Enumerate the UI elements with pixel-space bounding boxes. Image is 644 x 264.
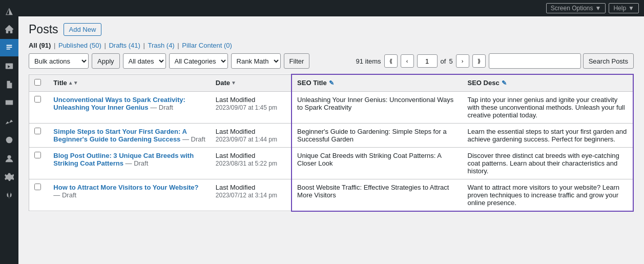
post-status: — Draft bbox=[126, 159, 149, 167]
filter-link-all[interactable]: All (91) bbox=[29, 42, 51, 49]
row-title-cell: How to Attract More Visitors to Your Web… bbox=[48, 179, 210, 211]
page-title: Posts bbox=[29, 23, 58, 36]
sidebar-icon-tools2[interactable] bbox=[0, 131, 18, 149]
table-row: How to Attract More Visitors to Your Web… bbox=[29, 179, 634, 211]
th-title[interactable]: Title ▲▼ bbox=[48, 74, 210, 91]
row-checkbox-cell bbox=[29, 147, 49, 179]
row-seo-desc-cell: Discover three distinct cat breeds with … bbox=[463, 147, 633, 179]
table-row: Blog Post Outline: 3 Unique Cat Breeds w… bbox=[29, 147, 634, 179]
seo-title-edit-icon[interactable]: ✎ bbox=[329, 79, 334, 87]
row-checkbox-cell bbox=[29, 91, 49, 123]
date-label: Last Modified bbox=[216, 152, 255, 159]
posts-table: Title ▲▼ Date ▼ SEO Titl bbox=[29, 74, 634, 212]
help-label: Help bbox=[613, 5, 626, 12]
sidebar-icon-comments[interactable] bbox=[0, 94, 18, 112]
filter-link-pillar[interactable]: Pillar Content (0) bbox=[182, 42, 232, 49]
categories-select[interactable]: All Categories bbox=[169, 53, 228, 69]
filter-button[interactable]: Filter bbox=[284, 53, 310, 69]
sidebar-icon-analytics[interactable] bbox=[0, 113, 18, 130]
th-seo-title: SEO Title ✎ bbox=[292, 74, 462, 91]
title-sort-icon: ▲▼ bbox=[68, 80, 78, 86]
select-all-checkbox[interactable] bbox=[34, 79, 41, 86]
sidebar-icon-plugins[interactable] bbox=[0, 187, 18, 204]
seo-desc-edit-icon[interactable]: ✎ bbox=[502, 79, 507, 87]
page-input[interactable] bbox=[417, 54, 438, 68]
first-page-button[interactable]: ⟪ bbox=[384, 54, 398, 68]
page-header: Posts Add New bbox=[29, 23, 634, 36]
screen-options-label: Screen Options bbox=[551, 5, 593, 12]
row-date-cell: Last Modified 2023/09/07 at 1:45 pm bbox=[211, 91, 292, 123]
sidebar-icon-settings[interactable] bbox=[0, 168, 18, 186]
th-checkbox bbox=[29, 74, 49, 91]
search-posts-button[interactable]: Search Posts bbox=[583, 53, 634, 69]
sidebar-icon-wp[interactable]: ◮ bbox=[0, 2, 18, 19]
filter-link-published[interactable]: Published (50) bbox=[58, 42, 101, 49]
sidebar-icon-dashboard[interactable] bbox=[0, 21, 18, 38]
row-seo-title-cell: Unique Cat Breeds with Striking Coat Pat… bbox=[292, 147, 462, 179]
sidebar-icon-pages[interactable] bbox=[0, 76, 18, 93]
sidebar-icon-media[interactable] bbox=[0, 57, 18, 75]
table-row: Unconventional Ways to Spark Creativity:… bbox=[29, 91, 634, 123]
sidebar: ◮ bbox=[0, 0, 18, 264]
last-page-button[interactable]: ⟫ bbox=[472, 54, 486, 68]
filter-link-trash[interactable]: Trash (4) bbox=[148, 42, 174, 49]
prev-page-button[interactable]: ‹ bbox=[401, 54, 414, 68]
row-seo-desc-cell: Tap into your inner genius and ignite yo… bbox=[463, 91, 633, 123]
filter-link-drafts[interactable]: Drafts (41) bbox=[109, 42, 140, 49]
row-date-cell: Last Modified 2023/07/12 at 3:14 pm bbox=[211, 179, 292, 211]
topbar: Screen Options ▼ Help ▼ bbox=[18, 0, 644, 16]
th-seo-desc: SEO Desc ✎ bbox=[463, 74, 633, 91]
svg-point-3 bbox=[8, 175, 10, 178]
rank-math-select[interactable]: Rank Math bbox=[231, 53, 281, 69]
dates-select[interactable]: All dates bbox=[123, 53, 166, 69]
help-button[interactable]: Help ▼ bbox=[609, 3, 639, 13]
row-seo-title-cell: Unleashing Your Inner Genius: Unconventi… bbox=[292, 91, 462, 123]
items-count: 91 items bbox=[356, 57, 381, 65]
post-title-link[interactable]: Simple Steps to Start Your First Garden:… bbox=[53, 128, 186, 143]
sidebar-icon-users[interactable] bbox=[0, 150, 18, 167]
add-new-button[interactable]: Add New bbox=[64, 23, 102, 36]
post-status: — Draft bbox=[53, 191, 76, 199]
date-sort-icon: ▼ bbox=[231, 80, 236, 86]
post-title-link[interactable]: Blog Post Outline: 3 Unique Cat Breeds w… bbox=[53, 152, 194, 167]
row-checkbox-cell bbox=[29, 123, 49, 147]
post-title-link[interactable]: How to Attract More Visitors to Your Web… bbox=[53, 184, 198, 191]
sidebar-icon-posts[interactable] bbox=[0, 39, 18, 56]
row-title-cell: Blog Post Outline: 3 Unique Cat Breeds w… bbox=[48, 147, 210, 179]
date-label: Last Modified bbox=[216, 96, 255, 104]
date-value: 2023/09/07 at 1:45 pm bbox=[216, 104, 277, 111]
row-title-cell: Simple Steps to Start Your First Garden:… bbox=[48, 123, 210, 147]
row-date-cell: Last Modified 2023/08/31 at 5:22 pm bbox=[211, 147, 292, 179]
svg-point-2 bbox=[7, 155, 11, 159]
content-area: Posts Add New All (91) | Published (50) … bbox=[18, 16, 644, 264]
row-checkbox[interactable] bbox=[34, 184, 41, 190]
date-label: Last Modified bbox=[216, 128, 255, 135]
date-label: Last Modified bbox=[216, 184, 255, 191]
date-value: 2023/07/12 at 3:14 pm bbox=[216, 192, 277, 199]
post-status: — Draft bbox=[182, 135, 205, 143]
row-checkbox[interactable] bbox=[34, 128, 41, 134]
row-seo-title-cell: Boost Website Traffic: Effective Strateg… bbox=[292, 179, 462, 211]
apply-button[interactable]: Apply bbox=[92, 53, 120, 69]
screen-options-chevron: ▼ bbox=[595, 5, 601, 12]
table-row: Simple Steps to Start Your First Garden:… bbox=[29, 123, 634, 147]
bulk-actions-select[interactable]: Bulk actions Edit Move to Trash bbox=[29, 53, 89, 69]
row-date-cell: Last Modified 2023/09/07 at 1:44 pm bbox=[211, 123, 292, 147]
pagination-of: of bbox=[441, 57, 446, 65]
next-page-button[interactable]: › bbox=[456, 54, 469, 68]
row-checkbox-cell bbox=[29, 179, 49, 211]
screen-options-button[interactable]: Screen Options ▼ bbox=[546, 3, 606, 13]
help-chevron: ▼ bbox=[628, 5, 634, 12]
row-seo-title-cell: Beginner's Guide to Gardening: Simple St… bbox=[292, 123, 462, 147]
row-seo-desc-cell: Want to attract more visitors to your we… bbox=[463, 179, 633, 211]
row-checkbox[interactable] bbox=[34, 96, 41, 103]
row-seo-desc-cell: Learn the essential steps to start your … bbox=[463, 123, 633, 147]
th-date[interactable]: Date ▼ bbox=[211, 74, 292, 91]
post-status: — Draft bbox=[150, 104, 173, 111]
search-input[interactable] bbox=[489, 53, 581, 69]
main-content: Screen Options ▼ Help ▼ Posts Add New Al… bbox=[18, 0, 644, 264]
date-value: 2023/09/07 at 1:44 pm bbox=[216, 136, 277, 143]
date-value: 2023/08/31 at 5:22 pm bbox=[216, 160, 277, 167]
row-checkbox[interactable] bbox=[34, 152, 41, 158]
filter-links: All (91) | Published (50) | Drafts (41) … bbox=[29, 42, 634, 49]
